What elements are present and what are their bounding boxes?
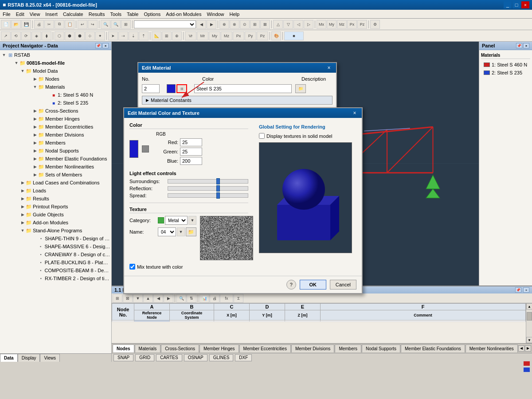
tab-nonlinearities[interactable]: Member Nonlinearities (466, 344, 518, 352)
scroll-down-btn[interactable]: ▼ (526, 337, 532, 343)
tb-zoom-out[interactable]: 🔍 (111, 20, 121, 29)
bt-excel[interactable]: 📊 (200, 294, 209, 303)
status-glines[interactable]: GLINES (209, 354, 234, 361)
name-select[interactable]: 04 (158, 227, 176, 236)
tb2-btn3[interactable]: ⟳ (21, 31, 31, 40)
tb-btn3[interactable]: ⊙ (240, 20, 250, 29)
tb2-btn14[interactable]: ⇡ (139, 31, 149, 40)
tree-shape-thin[interactable]: ▪ SHAPE-THIN 9 - Design of thi... (20, 235, 110, 243)
menu-calculate[interactable]: Calculate (60, 11, 86, 18)
tree-file-node[interactable]: ▼ 📁 00816-model-file (7, 59, 110, 67)
tb-fit[interactable]: ⊞ (121, 20, 131, 29)
tb2-btn15[interactable]: Vr (185, 31, 196, 40)
menu-help[interactable]: Help (227, 11, 243, 18)
tb2-btn11[interactable]: ➤ (108, 31, 118, 40)
tb-open[interactable]: 📂 (11, 20, 21, 29)
tb2-axis[interactable]: ⊕ (172, 31, 182, 40)
menu-table[interactable]: Table (124, 11, 141, 18)
cancel-button[interactable]: Cancel (330, 280, 356, 289)
tab-elastic-foundations[interactable]: Member Elastic Foundations (401, 344, 465, 352)
bottom-close-btn[interactable]: × (523, 287, 529, 293)
name-dropdown-btn[interactable]: ▼ (177, 227, 185, 236)
tb2-last[interactable]: ■ (284, 31, 304, 40)
tb-btn7[interactable]: ▽ (283, 20, 293, 29)
tree-standalone[interactable]: ▼ 📁 Stand-Alone Programs (13, 227, 110, 235)
tb2-btn17[interactable]: My (209, 31, 220, 40)
tree-mat-2[interactable]: ■ 2: Steel S 235 (26, 99, 110, 107)
em-no-input[interactable] (142, 84, 160, 93)
tb-nav-next[interactable]: ▶ (207, 20, 216, 29)
tb-btn13[interactable]: Px (347, 20, 357, 29)
tb-btn12[interactable]: Mz (337, 20, 347, 29)
status-dxf[interactable]: DXF (235, 354, 252, 361)
spread-thumb[interactable] (216, 192, 220, 199)
tab-nodal-supports[interactable]: Nodal Supports (362, 344, 400, 352)
display-textures-checkbox[interactable] (259, 133, 265, 139)
tb-print[interactable]: 🖨 (34, 20, 44, 29)
tab-cross-sections[interactable]: Cross-Sections (161, 344, 199, 352)
surr-track[interactable] (168, 179, 248, 184)
tree-member-hinges[interactable]: ▶ 📁 Member Hinges (20, 115, 110, 123)
tb2-btn18[interactable]: Mz (221, 31, 232, 40)
menu-window[interactable]: Window (204, 11, 227, 18)
tab-materials[interactable]: Materials (135, 344, 161, 352)
menu-results[interactable]: Results (86, 11, 108, 18)
rpanel-close[interactable]: × (523, 43, 529, 48)
bt-filter[interactable]: 🔍 (176, 294, 186, 303)
tb2-btn13[interactable]: ⇣ (129, 31, 138, 40)
tb-paste[interactable]: 📋 (65, 20, 74, 29)
scroll-thumb[interactable] (527, 312, 532, 321)
tb-copy[interactable]: ⧉ (55, 20, 64, 29)
tree-elastic-foundations[interactable]: ▶ 📁 Member Elastic Foundations (20, 155, 110, 163)
tree-model-data[interactable]: ▼ 📁 Model Data (13, 67, 110, 75)
bt-sigma[interactable]: Σ (234, 294, 243, 303)
tab-members[interactable]: Members (335, 344, 361, 352)
tb-btn14[interactable]: Pz (357, 20, 367, 29)
menu-edit[interactable]: Edit (13, 11, 27, 18)
bottom-pin-btn[interactable]: 📌 (515, 287, 521, 293)
status-grid[interactable]: GRID (135, 354, 154, 361)
tb-zoom-in[interactable]: 🔍 (101, 20, 110, 29)
refl-track[interactable] (168, 186, 248, 191)
tb2-btn5[interactable]: ⧫ (42, 31, 51, 40)
bt-btn3[interactable]: ▼ (133, 294, 143, 303)
texture-browse-btn[interactable]: 📁 (186, 227, 196, 236)
tree-rx-timber[interactable]: ▪ RX-TIMBER 2 - Design of timb... (20, 274, 110, 282)
tb2-btn20[interactable]: Py (245, 31, 256, 40)
panel-pin-button[interactable]: 📌 (95, 43, 102, 48)
tb2-measure[interactable]: 📐 (152, 31, 161, 40)
minimize-button[interactable]: _ (504, 1, 512, 8)
tb2-btn4[interactable]: ◈ (31, 31, 41, 40)
mix-texture-checkbox[interactable] (129, 264, 135, 270)
tb-select-dropdown[interactable] (134, 20, 196, 28)
tree-sets-of-members[interactable]: ▶ 📁 Sets of Members (20, 171, 110, 179)
bt-btn6[interactable]: ▶ (164, 294, 173, 303)
tb2-btn9[interactable]: ⊹ (85, 31, 95, 40)
bt-btn4[interactable]: ▲ (143, 294, 153, 303)
tree-materials[interactable]: ▼ 📁 Materials (20, 83, 110, 91)
status-cartes[interactable]: CARTES (156, 354, 182, 361)
tb2-btn2[interactable]: ⟲ (11, 31, 21, 40)
material-constants-bar[interactable]: ▶ Material Constants (142, 96, 332, 105)
tree-members[interactable]: ▶ 📁 Members (20, 139, 110, 147)
tree-expand-root[interactable]: ▼ (1, 53, 7, 57)
tb-btn8[interactable]: ◁ (293, 20, 303, 29)
refl-thumb[interactable] (216, 185, 220, 192)
tb2-btn8[interactable]: ⬣ (75, 31, 85, 40)
tab-display[interactable]: Display (18, 354, 40, 362)
tb-settings[interactable]: ⚙ (370, 20, 380, 29)
tree-craneway[interactable]: ▪ CRANEWAY 8 - Design of cran... (20, 250, 110, 258)
tb-redo[interactable]: ↪ (88, 20, 98, 29)
tree-guide-objects[interactable]: ▶ 📁 Guide Objects (13, 211, 110, 219)
bt-btn1[interactable]: ⊞ (113, 294, 122, 303)
tb-undo[interactable]: ↩ (78, 20, 87, 29)
tb2-btn6[interactable]: ⬡ (55, 31, 64, 40)
panel-close-button[interactable]: × (102, 43, 109, 48)
tb-nav-prev[interactable]: ◀ (196, 20, 206, 29)
tb-cut[interactable]: ✂ (44, 20, 54, 29)
menu-file[interactable]: File (0, 11, 13, 18)
scroll-track[interactable] (526, 309, 532, 337)
help-button[interactable]: ? (286, 280, 296, 289)
status-osnap[interactable]: OSNAP (184, 354, 207, 361)
bt-print2[interactable]: 🖨 (210, 294, 219, 303)
